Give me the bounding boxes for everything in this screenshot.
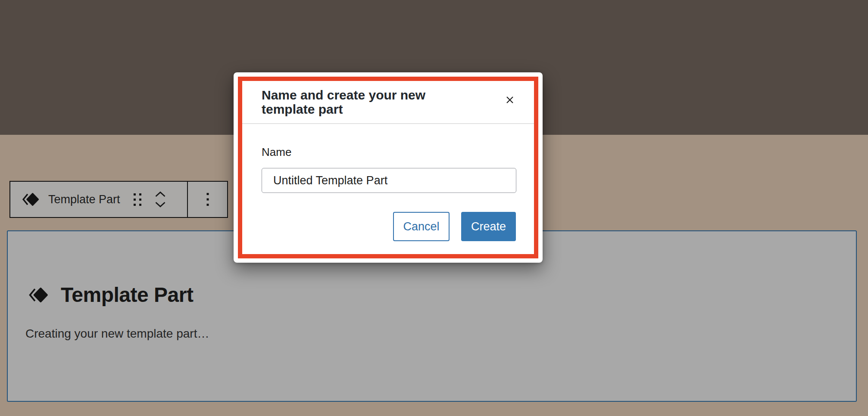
block-placeholder-heading: Template Part	[28, 283, 193, 307]
block-toolbar-label: Template Part	[48, 193, 120, 206]
move-down-icon[interactable]	[155, 202, 166, 208]
block-placeholder-title: Template Part	[61, 283, 193, 307]
create-button[interactable]: Create	[461, 212, 516, 241]
modal-title: Name and create your new template part	[262, 88, 464, 116]
block-mover	[155, 191, 166, 208]
modal-body: Name Cancel Create	[242, 124, 534, 254]
name-field-label: Name	[262, 146, 291, 159]
cancel-button[interactable]: Cancel	[393, 212, 450, 241]
options-menu-icon[interactable]	[188, 182, 227, 217]
drag-handle-icon[interactable]	[131, 191, 144, 208]
close-icon[interactable]	[501, 91, 518, 109]
name-input[interactable]	[262, 168, 516, 193]
template-part-icon[interactable]	[22, 191, 40, 208]
move-up-icon[interactable]	[155, 191, 166, 197]
create-template-part-modal: Name and create your new template part N…	[234, 72, 543, 263]
template-part-icon	[28, 285, 49, 305]
modal-actions: Cancel Create	[393, 212, 516, 241]
highlight-frame: Name and create your new template part N…	[238, 77, 538, 258]
block-toolbar: Template Part	[9, 181, 228, 218]
block-placeholder-status: Creating your new template part…	[25, 327, 209, 341]
modal-header: Name and create your new template part	[242, 81, 534, 124]
